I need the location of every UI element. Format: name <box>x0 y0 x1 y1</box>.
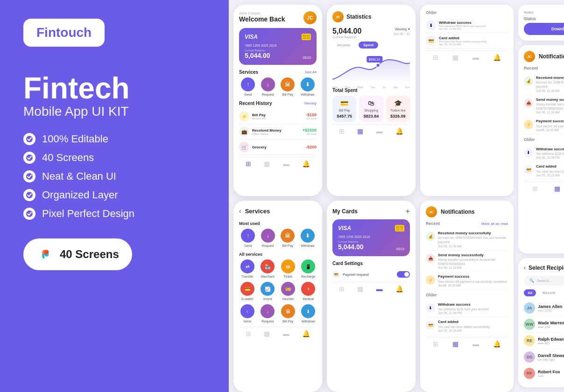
mu-billpay[interactable]: 🏛 Bill Pay <box>279 229 297 247</box>
recip-filter-tabs: All Recent Favourite Bank <box>524 289 564 296</box>
nsnav-grid[interactable]: ▦ <box>554 185 560 192</box>
mark-all-read-link[interactable]: Mark all as read <box>481 222 508 226</box>
history-period[interactable]: Weekly <box>304 101 317 105</box>
phone2-nav: ⊞ ▦ ▬ 🔔 <box>239 327 317 338</box>
see-all-link[interactable]: See All <box>305 70 317 74</box>
nav-bell-icon[interactable]: 🔔 <box>302 160 310 168</box>
back-button[interactable]: ‹ <box>239 207 241 215</box>
nav3-bell-icon[interactable]: 🔔 <box>395 127 403 135</box>
screens-badge[interactable]: 40 Screens <box>23 238 132 270</box>
feature-item-2: 40 Screens <box>23 152 205 164</box>
payment-request-toggle[interactable] <box>397 271 410 278</box>
filter-favourite[interactable]: Favourite <box>562 289 564 296</box>
older-panel-nav: ⊞ ▦ ▬ 🔔 <box>426 50 508 62</box>
notes-row: Notes Your monthly salary <box>524 10 564 14</box>
npnav-home[interactable]: ⊞ <box>433 340 438 348</box>
svc-invest-label: Invest <box>263 297 272 301</box>
service-withdraw[interactable]: ⬇ Withdraw <box>299 77 317 96</box>
svc-merchant[interactable]: 🏪 Marchant <box>260 259 276 278</box>
recip-search-box[interactable]: 🔍 Search... <box>524 276 564 286</box>
svc-billpay2-label: Bill Pay <box>282 320 293 323</box>
npnav-bell[interactable]: 🔔 <box>493 340 501 348</box>
tab-income[interactable]: Income <box>332 42 355 49</box>
svc-ticket[interactable]: 🎟 Ticket <box>280 259 296 278</box>
mu-withdraw[interactable]: ⬇ Withdraw <box>299 229 317 247</box>
filter-recent[interactable]: Recent <box>539 289 559 296</box>
nav4-home-icon[interactable]: ⊞ <box>339 285 345 293</box>
opnav-card[interactable]: ▬ <box>472 54 479 61</box>
stat-period[interactable]: Weekly ▾ <box>395 27 410 31</box>
svc-recharge[interactable]: 📱 Recharge <box>300 259 317 278</box>
nav-home-icon[interactable]: ⊞ <box>246 160 251 168</box>
nav-card-icon[interactable]: ▬ <box>283 160 289 168</box>
recip-darrell[interactable]: DS Darrell Steward 1•• day ago ♡ ⋮ <box>524 349 564 365</box>
tab-spent[interactable]: Spent <box>359 42 378 49</box>
nav2-home-icon[interactable]: ⊞ <box>246 330 251 337</box>
history-billpay-icon: ⚡ <box>239 111 249 121</box>
recip-robert[interactable]: RF Robert Fox 1••• ♥ ⋮ <box>524 365 564 382</box>
mycard-visa-logo: VISA <box>338 225 351 231</box>
history-grocery-name: Grocery <box>252 145 303 149</box>
svc-voucher[interactable]: 🎫 Voucher <box>280 282 296 301</box>
mu-send[interactable]: ↑ Send <box>239 229 257 247</box>
svc-send2[interactable]: ↑ Send <box>239 304 256 323</box>
svc-withdraw2[interactable]: ⬇ Withdraw <box>300 304 317 323</box>
recip-darrell-name: Darrell Steward <box>538 353 564 358</box>
nav4-card-icon[interactable]: ▬ <box>376 285 383 293</box>
feature-text-3: Neat & Clean UI <box>42 170 116 182</box>
recip-ralph[interactable]: RE Ralph Edwards ••••• 401 ♡ ⋮ <box>524 333 564 349</box>
svc-transfer[interactable]: ⇄ Transfer <box>239 259 256 278</box>
svc-transfer-icon: ⇄ <box>240 259 254 273</box>
nav3-card-icon[interactable]: ▬ <box>376 127 383 135</box>
phone4-nav: ⊞ ▦ ▬ 🔔 <box>332 282 410 294</box>
history-grocery: 🛒 Grocery -$200 <box>239 140 317 155</box>
history-billpay-date: 04 June <box>306 117 317 120</box>
svc-billpay2[interactable]: 🏛 Bill Pay <box>280 304 296 323</box>
payment-request-icon: 💳 <box>332 271 340 278</box>
svc-ewallet[interactable]: 💳 E-wallet <box>239 282 256 301</box>
svc-invest[interactable]: 📈 Invest <box>260 282 276 301</box>
service-request[interactable]: ↓ Request <box>259 77 277 96</box>
svc-request2[interactable]: ↓ Request <box>260 304 276 323</box>
npnav-stats[interactable]: ▦ <box>452 340 458 348</box>
ns-payment-time: Jun06, 10:26 AM <box>536 128 564 132</box>
history-billpay-name: Bill Pay <box>252 113 303 117</box>
download-receipt-button[interactable]: Download Receipt <box>524 23 564 35</box>
ns-payment-icon: ⚡ <box>524 120 533 129</box>
recip-james[interactable]: JA James Allen ••••• 2741 ♡ ⋮ <box>524 300 564 316</box>
nsnav-home[interactable]: ⊞ <box>532 185 538 192</box>
mu-request[interactable]: ↓ Request <box>259 229 277 247</box>
recip-back-button[interactable]: ‹ <box>524 265 526 271</box>
spent-billpay-amt: $457.75 <box>337 114 352 119</box>
chip-icon <box>302 34 311 40</box>
recip-robert-info: Robert Fox 1••• <box>538 370 564 378</box>
opnav-stats[interactable]: ▦ <box>452 54 458 61</box>
nav3-stats-icon[interactable]: ▦ <box>357 127 363 135</box>
nav-stats-icon[interactable]: ▦ <box>264 160 270 168</box>
nav2-stats-icon[interactable]: ▦ <box>264 330 270 337</box>
older-card-added: 💳 Card added You card has been added suc… <box>426 33 508 49</box>
opnav-bell[interactable]: 🔔 <box>493 54 501 61</box>
nav2-card-icon[interactable]: ▬ <box>283 330 289 337</box>
opnav-home[interactable]: ⊞ <box>433 54 438 61</box>
payment-request-label: Paymet request <box>343 273 369 277</box>
svc-medical[interactable]: ⚕ Medical <box>300 282 317 301</box>
service-billpay[interactable]: 🏛 Bill Pay <box>279 77 297 96</box>
nav4-stats-icon[interactable]: ▦ <box>357 285 363 293</box>
notif-older-card-sub: You card has been added successfully. <box>438 325 508 329</box>
nav4-bell-icon[interactable]: 🔔 <box>395 285 403 293</box>
add-card-button[interactable]: + <box>406 207 410 216</box>
recip-wade[interactable]: WW Wade Warren ••••• 234 ♥ ⋮ <box>524 316 564 333</box>
older-withdraw-icon: ⬇ <box>426 20 436 30</box>
recip-robert-avatar: RF <box>524 368 535 379</box>
npnav-card[interactable]: ▬ <box>472 340 479 348</box>
service-send[interactable]: ↑ Send <box>239 77 257 96</box>
send-icon: ↑ <box>241 77 255 91</box>
filter-all[interactable]: All <box>524 289 536 296</box>
spent-tuition-name: Tuition fee <box>390 109 405 112</box>
recip-ralph-avatar: RE <box>524 335 535 346</box>
nav3-home-icon[interactable]: ⊞ <box>339 127 345 135</box>
nav2-bell-icon[interactable]: 🔔 <box>302 330 310 337</box>
svc-medical-icon: ⚕ <box>301 282 315 296</box>
svc-withdraw2-icon: ⬇ <box>301 304 315 318</box>
